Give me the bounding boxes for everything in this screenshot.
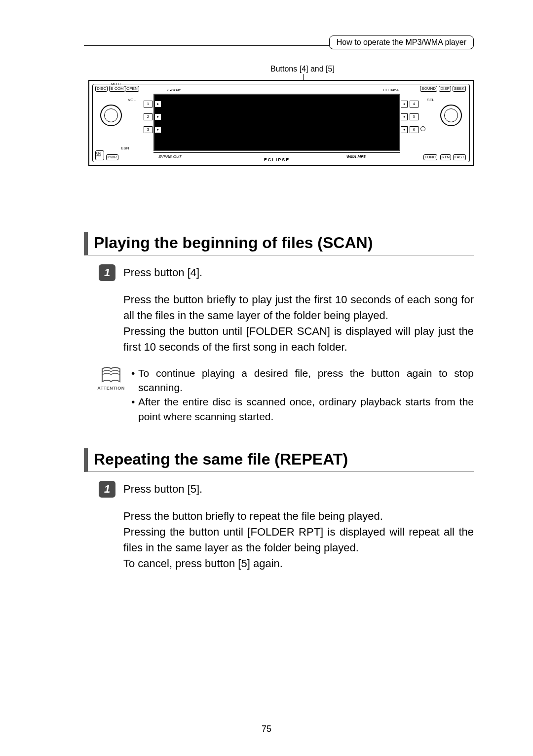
right-knob — [440, 105, 462, 126]
section-scan: Playing the beginning of files (SCAN) 1 … — [84, 232, 474, 424]
attention-icon: ATTENTION — [99, 366, 123, 424]
mute-label: MUTE — [111, 82, 122, 86]
device-display — [153, 94, 400, 151]
diagram-callout-label: Buttons [4] and [5] — [270, 65, 335, 73]
attention-text: •To continue playing a desired file, pre… — [131, 366, 474, 424]
step-number-badge: 1 — [99, 264, 115, 281]
attention-bullet-2: After the entire disc is scanned once, o… — [138, 395, 474, 424]
brand-label: ECLIPSE — [264, 157, 290, 162]
sel-label: SEL — [427, 98, 434, 102]
device-diagram: DISC E-COM OPEN MUTE SOUND DISP SEEK VOL… — [88, 80, 474, 166]
step-1-row: 1 Press button [4]. — [84, 264, 474, 281]
section-repeat: Repeating the same file (REPEAT) 1 Press… — [84, 448, 474, 572]
step-1-heading: Press button [4]. — [123, 264, 202, 281]
rtn-button: RTN — [440, 154, 451, 160]
section1-body: Press the button briefly to play just th… — [123, 292, 474, 355]
section-repeat-title: Repeating the same file (REPEAT) — [84, 448, 474, 472]
vol-label: VOL — [128, 98, 136, 102]
sv-label: SVPRE-OUT — [158, 154, 182, 159]
attention-bullet-1: To continue playing a desired file, pres… — [138, 366, 474, 395]
section2-body: Press the button briefly to repeat the f… — [123, 508, 474, 572]
row-btn-4: 4 — [410, 101, 419, 108]
pwr-button: PWR — [106, 154, 118, 160]
play-arrow-1: ▸ — [154, 101, 161, 108]
play-arrow-3: ▸ — [154, 126, 161, 133]
seek-button: SEEK — [453, 86, 466, 92]
row-btn-1: 1 — [144, 101, 152, 108]
disp-button: DISP — [439, 86, 451, 92]
esn-label: ESN — [121, 146, 129, 150]
fm-am-button: FMAM — [95, 150, 104, 160]
play-arrow-2: ▸ — [154, 113, 161, 120]
step-number-badge-2: 1 — [99, 481, 115, 498]
back-arrow-5: ◂ — [401, 113, 408, 120]
ecom-button: E-COM — [109, 86, 125, 92]
ecom-brand-label: E-COM — [167, 88, 181, 92]
step-1-heading-repeat: Press button [5]. — [123, 481, 202, 498]
fast-button: FAST — [453, 154, 466, 160]
attention-block: ATTENTION •To continue playing a desired… — [84, 366, 474, 424]
device-bottom-strip: SVPRE-OUT WMA-MP3 ECLIPSE — [153, 152, 400, 161]
book-icon — [100, 366, 122, 385]
left-knob — [100, 105, 122, 126]
dot-indicator — [420, 126, 425, 131]
func-button: FUNC — [423, 154, 437, 160]
back-arrow-4: ◂ — [401, 101, 408, 108]
section-scan-title: Playing the beginning of files (SCAN) — [84, 232, 474, 255]
step-1-row-repeat: 1 Press button [5]. — [84, 481, 474, 498]
attention-label: ATTENTION — [97, 386, 124, 391]
header-section-box: How to operate the MP3/WMA player — [329, 36, 474, 49]
row-btn-6: 6 — [410, 126, 419, 133]
open-button: OPEN — [125, 86, 139, 92]
disc-button: DISC — [95, 86, 108, 92]
wma-label: WMA-MP3 — [346, 154, 366, 159]
row-btn-3: 3 — [144, 126, 152, 133]
row-btn-5: 5 — [410, 113, 419, 120]
row-btn-2: 2 — [144, 113, 152, 120]
sound-button: SOUND — [420, 86, 437, 92]
model-label: CD 8454 — [383, 88, 399, 92]
page-number: 75 — [262, 724, 271, 734]
back-arrow-6: ◂ — [401, 126, 408, 133]
